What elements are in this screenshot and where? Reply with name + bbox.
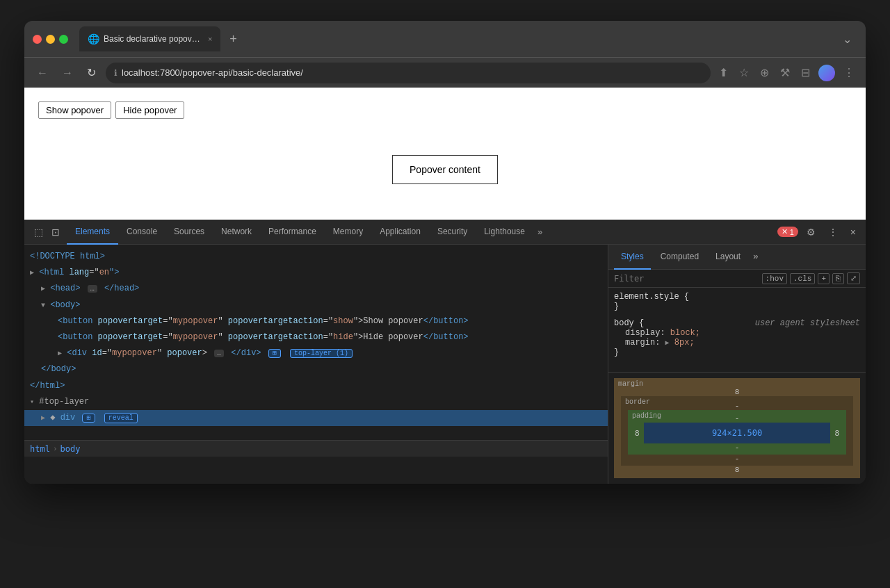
breadcrumb-bar: html › body — [24, 440, 608, 457]
settings-button[interactable]: ⚙ — [802, 224, 820, 240]
prop-margin-value: 8px; — [670, 338, 695, 348]
body-rule-close: } — [614, 348, 860, 357]
reload-button[interactable]: ↻ — [83, 63, 100, 82]
tab-console[interactable]: Console — [118, 220, 165, 245]
tab-bar: 🌐 Basic declarative popover ex... × + — [79, 26, 832, 51]
dom-line-div-selected[interactable]: ▶ ◆ div ⊞ reveal — [24, 410, 608, 426]
devtools-toolbar: ⬚ ⊡ Elements Console Sources Network Per… — [24, 220, 866, 245]
device-toolbar-icon[interactable]: ⊡ — [47, 224, 64, 240]
expand-body[interactable]: ▼ — [41, 302, 45, 309]
dom-line-btn2: <button popovertarget="mypopover" popove… — [24, 329, 608, 345]
tab-computed[interactable]: Computed — [654, 245, 706, 270]
styles-tab-more[interactable]: » — [750, 252, 761, 262]
more-options-button[interactable]: ⋮ — [824, 224, 842, 240]
box-padding-label: padding — [632, 412, 661, 420]
popover-area: Popover content — [38, 133, 852, 206]
tab-performance-label: Performance — [268, 227, 316, 236]
tab-security-label: Security — [437, 227, 467, 236]
forward-button[interactable]: → — [58, 64, 77, 82]
tab-security[interactable]: Security — [429, 220, 476, 245]
tab-network-label: Network — [221, 227, 252, 236]
page-buttons: Show popover Hide popover — [38, 101, 852, 119]
back-button[interactable]: ← — [33, 64, 52, 82]
browser-window: 🌐 Basic declarative popover ex... × + ⌄ … — [24, 21, 866, 484]
expand-div-selected[interactable]: ▶ — [41, 414, 45, 422]
box-border-label: border — [625, 398, 650, 406]
devtools-close-button[interactable]: × — [846, 224, 860, 240]
box-margin-top: 8 — [621, 388, 853, 396]
hide-popover-button[interactable]: Hide popover — [115, 101, 184, 119]
menu-button[interactable]: ⋮ — [841, 65, 857, 81]
avatar[interactable] — [818, 65, 835, 81]
add-style-button[interactable]: + — [818, 273, 830, 284]
tab-elements-label: Elements — [75, 227, 110, 236]
expand-top-layer[interactable]: ▾ — [30, 398, 34, 406]
breadcrumb-body[interactable]: body — [60, 444, 81, 454]
tab-sources[interactable]: Sources — [165, 220, 213, 245]
box-border-bottom: - — [628, 455, 846, 463]
page-content: Show popover Hide popover Popover conten… — [24, 88, 866, 220]
tab-lighthouse[interactable]: Lighthouse — [476, 220, 533, 245]
bookmark-button[interactable]: ☆ — [736, 65, 752, 81]
html-attr-lang: lang — [69, 268, 89, 277]
cls-button[interactable]: .cls — [790, 273, 815, 284]
breadcrumb-sep: › — [53, 445, 58, 453]
expand-style-button[interactable]: ⤢ — [847, 272, 860, 284]
styles-content: element.style { } body { user agent styl… — [608, 288, 866, 372]
body-source: user agent stylesheet — [755, 318, 860, 328]
error-badge[interactable]: ✕ 1 — [777, 227, 798, 237]
devtools-button[interactable]: ⚒ — [777, 65, 793, 81]
dom-line-html: ▶ <html lang="en"> — [24, 265, 608, 281]
sidecar-button[interactable]: ⊟ — [798, 65, 813, 81]
btn2-tag: <button — [58, 332, 98, 342]
styles-filter-input[interactable] — [614, 274, 758, 284]
show-popover-button[interactable]: Show popover — [38, 101, 111, 119]
breadcrumb-html[interactable]: html — [30, 444, 50, 454]
share-button[interactable]: ⬆ — [716, 65, 731, 81]
tabs-more-button[interactable]: » — [533, 220, 547, 245]
expand-head[interactable]: ▶ — [41, 285, 45, 293]
tab-network[interactable]: Network — [213, 220, 260, 245]
inspect-element-icon[interactable]: ⬚ — [30, 224, 47, 240]
devtools-tabs: Elements Console Sources Network Perform… — [67, 220, 777, 245]
element-style-rule: element.style { } — [614, 292, 860, 311]
tab-performance[interactable]: Performance — [260, 220, 325, 245]
tab-title: Basic declarative popover ex... — [104, 34, 201, 44]
dom-panel: <!DOCTYPE html> ▶ <html lang="en"> ▶ <he… — [24, 245, 608, 484]
tab-lighthouse-label: Lighthouse — [484, 227, 525, 236]
reveal-badge[interactable]: reveal — [104, 413, 138, 423]
fullscreen-light[interactable] — [59, 35, 68, 44]
tab-elements[interactable]: Elements — [67, 220, 118, 245]
new-tab-button[interactable]: + — [223, 29, 243, 49]
tab-layout-label: Layout — [715, 252, 741, 261]
extensions-button[interactable]: ⊕ — [757, 65, 772, 81]
tab-layout[interactable]: Layout — [709, 245, 747, 270]
close-light[interactable] — [33, 35, 42, 44]
body-selector-line: body { user agent stylesheet — [614, 318, 860, 328]
dom-line-head: ▶ <head> … </head> — [24, 281, 608, 297]
minimize-light[interactable] — [46, 35, 55, 44]
active-tab[interactable]: 🌐 Basic declarative popover ex... × — [79, 26, 220, 51]
styles-tabs: Styles Computed Layout » — [608, 245, 866, 270]
hov-button[interactable]: :hov — [762, 273, 787, 284]
box-model: margin 8 border - padding - 8 — [608, 372, 866, 484]
copy-style-button[interactable]: ⎘ — [832, 273, 844, 284]
reveal-icon: ◆ — [50, 413, 55, 423]
tab-close-button[interactable]: × — [208, 35, 212, 43]
expand-div[interactable]: ▶ — [58, 350, 62, 357]
body-tag: <body> — [50, 300, 80, 310]
box-padding-outer: padding - 8 924×21.500 8 - — [628, 410, 846, 455]
tab-memory[interactable]: Memory — [325, 220, 371, 245]
head-tag: <head> — [50, 284, 80, 293]
html-attr-eq: =" — [89, 268, 99, 277]
dom-line-div: ▶ <div id="mypopover" popover> … </div> … — [24, 345, 608, 361]
tab-sources-label: Sources — [174, 227, 204, 236]
tab-application[interactable]: Application — [371, 220, 429, 245]
doctype-text: <!DOCTYPE html> — [30, 252, 105, 261]
expand-html[interactable]: ▶ — [30, 269, 34, 277]
address-bar[interactable]: ℹ localhost:7800/popover-api/basic-decla… — [106, 63, 711, 83]
tab-styles[interactable]: Styles — [614, 245, 651, 270]
html-tag-open: <html — [39, 268, 69, 277]
body-rule: body { user agent stylesheet display: bl… — [614, 318, 860, 357]
tab-more-button[interactable]: ⌄ — [837, 30, 857, 49]
